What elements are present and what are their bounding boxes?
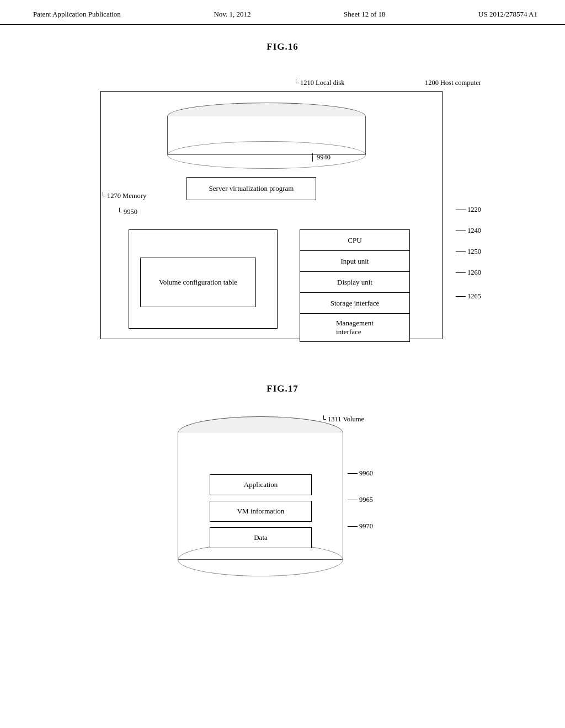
display-ref-label: 1250 — [456, 248, 481, 256]
data-box: Data — [210, 527, 312, 548]
input-box: Input unit — [300, 250, 410, 271]
main-content: FIG.16 1200 Host computer Server virtual… — [0, 25, 565, 631]
cpu-ref-label: 1220 — [456, 206, 481, 214]
memory-box: Volume configuration table — [129, 229, 278, 329]
storage-box: Storage interface — [300, 292, 410, 313]
storage-ref-label: 1260 — [456, 269, 481, 277]
fig16-diagram: 1200 Host computer Server virtualization… — [84, 63, 481, 350]
volume-cylinder: Application VM information Data — [178, 416, 343, 576]
cpu-box: CPU — [300, 229, 410, 250]
fig17-title: FIG.17 — [33, 383, 532, 394]
svp-label: Server virtualization program — [209, 184, 294, 193]
svp-box: Server virtualization program — [186, 177, 316, 200]
header-right: US 2012/278574 A1 — [478, 10, 537, 19]
input-ref-label: 1240 — [456, 227, 481, 235]
host-computer-box: Server virtualization program Volume con… — [100, 91, 443, 339]
display-box: Display unit — [300, 271, 410, 292]
local-disk-cylinder — [167, 103, 366, 169]
management-ref-label: 1265 — [456, 292, 481, 301]
vol-config-label: Volume configuration table — [159, 278, 237, 287]
memory-label: └ 1270 Memory — [100, 192, 146, 200]
fig17-diagram: └ 1311 Volume Application VM information… — [145, 405, 420, 615]
svp-ref-label: │ 9940 — [310, 153, 331, 162]
management-box: Managementinterface — [300, 313, 410, 342]
fig16-title: FIG.16 — [33, 41, 532, 52]
header-left: Patent Application Publication — [33, 10, 121, 19]
vm-info-box: VM information — [210, 501, 312, 522]
local-disk-label: └ 1210 Local disk — [294, 79, 345, 87]
header-middle: Nov. 1, 2012 — [214, 10, 250, 19]
vol-config-box: Volume configuration table — [140, 258, 256, 307]
memory-ref-label: └ 9950 — [117, 208, 137, 216]
page-header: Patent Application Publication Nov. 1, 2… — [0, 0, 565, 25]
volume-bottom — [178, 543, 343, 576]
application-box: Application — [210, 474, 312, 495]
host-computer-label: 1200 Host computer — [425, 79, 481, 87]
header-sheet: Sheet 12 of 18 — [344, 10, 385, 19]
vm-ref-label: 9965 — [348, 496, 373, 504]
right-col: CPU Input unit Display unit Storage inte… — [300, 229, 410, 342]
data-ref-label: 9970 — [348, 522, 373, 531]
local-disk-bottom — [167, 141, 366, 169]
app-ref-label: 9960 — [348, 469, 373, 478]
